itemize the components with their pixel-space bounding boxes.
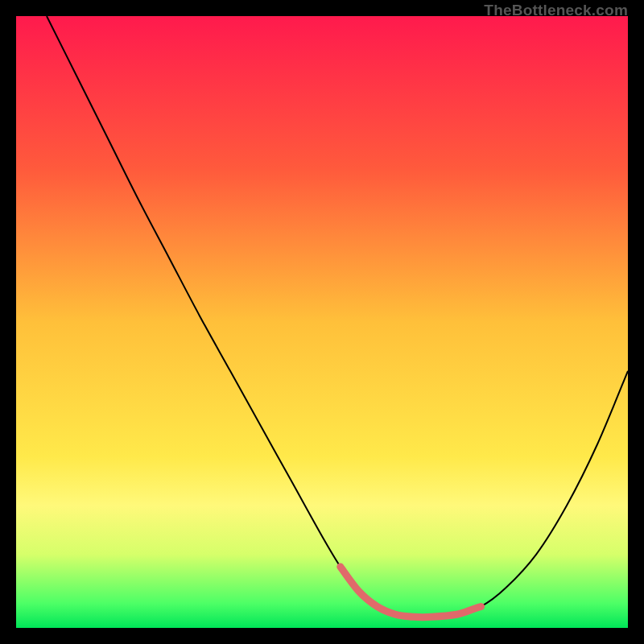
plot-area [16, 16, 628, 628]
bottleneck-chart: TheBottleneck.com [0, 0, 644, 644]
curve-layer [16, 16, 628, 628]
optimal-band-highlight [341, 567, 481, 617]
bottleneck-curve [47, 16, 628, 617]
